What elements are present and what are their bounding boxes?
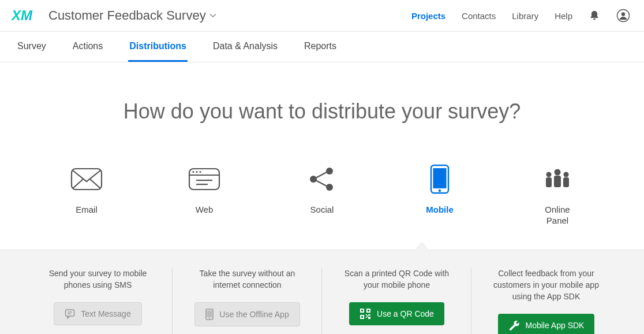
phone-icon (205, 309, 214, 320)
wrench-icon (508, 320, 520, 331)
svg-rect-20 (554, 176, 561, 187)
tab-data-analysis[interactable]: Data & Analysis (212, 32, 279, 62)
svg-point-11 (310, 176, 317, 183)
nav-contacts[interactable]: Contacts (462, 11, 496, 21)
nav-projects[interactable]: Projects (411, 11, 445, 21)
option-qr: Scan a printed QR Code with your mobile … (322, 268, 471, 335)
tab-actions[interactable]: Actions (72, 32, 104, 62)
brand-logo[interactable]: XM (12, 8, 35, 23)
web-icon (188, 164, 220, 194)
svg-rect-3 (72, 169, 102, 190)
svg-point-23 (564, 172, 569, 177)
project-title-dropdown[interactable]: Customer Feedback Survey (48, 8, 216, 23)
svg-point-19 (555, 169, 561, 176)
channel-label: Email (76, 205, 98, 216)
svg-rect-37 (366, 314, 367, 316)
active-channel-pointer (415, 242, 429, 250)
email-icon (70, 164, 103, 194)
svg-rect-36 (361, 316, 363, 318)
svg-point-30 (209, 318, 210, 319)
svg-rect-29 (207, 310, 212, 317)
offline-app-button[interactable]: Use the Offline App (194, 302, 299, 326)
tab-survey[interactable]: Survey (16, 32, 47, 62)
svg-point-21 (546, 172, 552, 177)
svg-point-13 (326, 184, 333, 191)
top-nav: Projects Contacts Library Help (411, 9, 630, 23)
nav-library[interactable]: Library (512, 11, 538, 21)
option-desc: Scan a printed QR Code with your mobile … (336, 268, 458, 291)
option-desc: Collect feedback from your customers in … (485, 268, 607, 303)
mobile-app-sdk-button[interactable]: Mobile App SDK (498, 314, 595, 334)
distribution-channels: Email Web Social Mobile (0, 164, 644, 250)
svg-rect-22 (546, 177, 552, 187)
svg-text:XM: XM (12, 8, 33, 23)
channel-label: Mobile (426, 205, 454, 216)
button-label: Use the Offline App (219, 310, 289, 319)
page-title: How do you want to distribute your surve… (0, 99, 644, 124)
channel-mobile[interactable]: Mobile (414, 164, 465, 227)
project-title: Customer Feedback Survey (48, 8, 206, 23)
svg-point-2 (621, 12, 625, 16)
social-icon (309, 164, 335, 194)
svg-point-12 (326, 168, 333, 175)
nav-help[interactable]: Help (555, 11, 572, 21)
channel-label: Web (196, 205, 214, 216)
qr-code-button[interactable]: Use a QR Code (349, 302, 444, 325)
svg-point-6 (192, 171, 194, 173)
svg-point-18 (439, 190, 441, 192)
button-label: Mobile App SDK (526, 321, 585, 330)
svg-point-7 (196, 171, 197, 173)
svg-line-15 (316, 180, 327, 186)
svg-rect-17 (433, 168, 447, 188)
option-desc: Send your survey to mobile phones using … (37, 268, 159, 291)
notifications-icon[interactable] (589, 10, 600, 21)
mobile-icon (430, 164, 450, 194)
chat-icon (65, 309, 75, 319)
svg-rect-41 (367, 316, 368, 317)
button-label: Text Message (81, 309, 130, 318)
account-icon[interactable] (616, 9, 630, 23)
svg-rect-42 (369, 314, 370, 316)
button-label: Use a QR Code (377, 309, 434, 318)
channel-label: Social (310, 205, 334, 216)
panel-icon (543, 164, 572, 194)
svg-rect-40 (368, 317, 370, 319)
tab-bar: Survey Actions Distributions Data & Anal… (0, 31, 644, 62)
svg-rect-25 (66, 310, 74, 316)
channel-online-panel[interactable]: Online Panel (532, 164, 583, 227)
svg-rect-32 (361, 310, 363, 311)
distribution-options-panel: Send your survey to mobile phones using … (0, 250, 644, 335)
option-sms: Send your survey to mobile phones using … (23, 268, 173, 335)
option-desc: Take the survey without an internet conn… (186, 268, 308, 291)
svg-rect-38 (368, 314, 369, 316)
svg-rect-24 (563, 177, 569, 187)
tab-distributions[interactable]: Distributions (128, 32, 188, 62)
svg-rect-39 (366, 317, 367, 318)
svg-point-8 (199, 171, 201, 173)
channel-social[interactable]: Social (297, 164, 347, 227)
chevron-down-icon (209, 13, 216, 18)
option-offline: Take the survey without an internet conn… (173, 268, 322, 335)
qr-icon (360, 308, 371, 320)
text-message-button[interactable]: Text Message (54, 302, 141, 325)
option-sdk: Collect feedback from your customers in … (471, 268, 621, 335)
channel-email[interactable]: Email (61, 164, 112, 227)
svg-rect-34 (368, 310, 369, 311)
svg-line-14 (316, 172, 327, 178)
top-header: XM Customer Feedback Survey Projects Con… (0, 0, 644, 31)
tab-reports[interactable]: Reports (303, 32, 338, 62)
channel-label: Online Panel (545, 205, 570, 227)
channel-web[interactable]: Web (179, 164, 230, 227)
